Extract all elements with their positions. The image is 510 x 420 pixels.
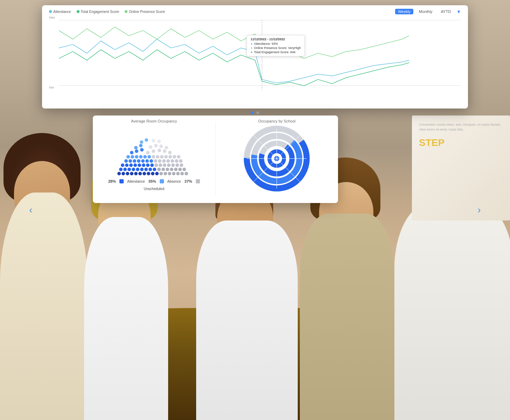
svg-point-39	[143, 155, 147, 159]
engagement-dot	[77, 10, 80, 13]
svg-point-67	[175, 159, 178, 163]
svg-point-35	[126, 155, 130, 159]
svg-point-54	[182, 168, 186, 171]
svg-point-29	[129, 159, 132, 163]
monthly-button[interactable]: Monthly	[416, 9, 435, 14]
svg-point-81	[158, 149, 161, 152]
svg-point-78	[140, 148, 144, 152]
carousel-next-button[interactable]: ›	[473, 204, 485, 216]
svg-point-18	[149, 168, 152, 171]
line-chart-svg	[59, 20, 461, 93]
svg-point-2	[122, 172, 125, 175]
unscheduled-pct: 37%	[185, 179, 192, 183]
svg-point-36	[131, 155, 134, 159]
tooltip-online: ● Online Presence Score: VeryHigh	[250, 46, 301, 50]
svg-point-40	[147, 155, 151, 159]
svg-point-52	[174, 168, 178, 171]
svg-point-22	[129, 163, 133, 167]
svg-point-66	[171, 159, 174, 163]
svg-point-85	[139, 144, 143, 147]
carousel-prev-button[interactable]: ‹	[25, 204, 37, 216]
legend-engagement: Total Engagement Score	[77, 10, 119, 14]
svg-point-3	[126, 172, 129, 175]
svg-point-65	[166, 159, 170, 163]
chart-legend: Attendance Total Engagement Score Online…	[49, 10, 165, 14]
svg-point-91	[145, 138, 148, 142]
chart-svg-area: Max Min 11/12/2022 - 11/12/2022 ● Attend…	[49, 16, 461, 96]
svg-point-9	[151, 172, 154, 175]
svg-point-88	[159, 145, 163, 148]
svg-point-16	[140, 168, 144, 171]
svg-point-23	[133, 163, 137, 167]
svg-point-38	[139, 155, 143, 159]
absence-swatch	[160, 179, 164, 183]
person-3	[196, 175, 301, 420]
svg-point-25	[142, 163, 145, 167]
svg-point-48	[157, 168, 161, 171]
svg-point-60	[175, 163, 179, 167]
svg-point-1	[117, 172, 121, 175]
chart-tooltip: 11/12/2022 - 11/12/2022 ● Attendance: 93…	[247, 35, 305, 56]
svg-point-8	[147, 172, 150, 175]
svg-point-59	[171, 163, 175, 167]
svg-point-7	[143, 172, 146, 175]
svg-point-51	[170, 168, 173, 171]
svg-point-10	[155, 172, 159, 175]
filter-icon[interactable]: ▼	[456, 9, 461, 14]
svg-point-56	[159, 163, 162, 167]
svg-point-90	[140, 140, 143, 144]
svg-point-14	[132, 168, 135, 171]
chart-divider	[215, 122, 216, 196]
person-4	[300, 168, 398, 420]
svg-point-12	[123, 168, 127, 171]
svg-point-77	[135, 149, 138, 153]
svg-point-21	[125, 163, 129, 167]
carousel-dot-1[interactable]	[251, 111, 254, 114]
svg-point-37	[135, 155, 138, 159]
svg-point-62	[154, 159, 157, 163]
svg-point-72	[164, 155, 168, 159]
svg-point-49	[161, 168, 165, 171]
bg-text: Consectetur conse-ctetur, wisi, monques.…	[412, 115, 510, 157]
svg-point-80	[152, 149, 155, 153]
svg-point-92	[152, 139, 155, 142]
svg-point-89	[165, 146, 168, 149]
svg-point-5	[134, 172, 138, 175]
svg-point-42	[164, 172, 167, 175]
svg-point-13	[127, 168, 131, 171]
svg-point-93	[157, 140, 161, 143]
carousel-dot-2[interactable]	[256, 111, 259, 114]
svg-point-15	[136, 168, 139, 171]
svg-point-63	[158, 159, 161, 163]
svg-point-33	[145, 159, 149, 163]
right-bg-panel: Consectetur conse-ctetur, wisi, monques.…	[412, 115, 510, 220]
svg-point-44	[172, 172, 175, 175]
svg-point-20	[121, 163, 124, 167]
svg-point-19	[153, 168, 156, 171]
svg-point-79	[146, 151, 150, 154]
svg-point-43	[168, 172, 171, 175]
svg-point-27	[150, 163, 154, 167]
chart-top-bar: Attendance Total Engagement Score Online…	[49, 9, 461, 14]
tooltip-engagement: ● Total Engagement Score: 846	[250, 50, 301, 54]
tooltip-attendance: ● Attendance: 93%	[250, 42, 301, 46]
step-text: STEP	[419, 135, 503, 150]
unscheduled-swatch	[196, 179, 200, 183]
school-chart-title: Occupancy by School	[258, 119, 295, 123]
aytd-button[interactable]: AYTD	[438, 9, 454, 14]
attendance-dot	[49, 10, 52, 13]
svg-point-41	[159, 172, 163, 175]
absence-pct: 35%	[149, 179, 156, 183]
svg-point-6	[138, 172, 142, 175]
svg-point-32	[141, 159, 145, 163]
svg-point-68	[179, 159, 182, 163]
svg-point-30	[133, 159, 136, 163]
svg-point-61	[180, 163, 183, 167]
svg-point-57	[163, 163, 166, 167]
svg-point-53	[178, 168, 182, 171]
svg-point-28	[124, 159, 128, 163]
weekly-button[interactable]: Weekly	[395, 9, 413, 14]
svg-point-24	[138, 163, 141, 167]
tooltip-date: 11/12/2022 - 11/12/2022	[250, 37, 301, 41]
attendance-swatch	[119, 179, 124, 183]
